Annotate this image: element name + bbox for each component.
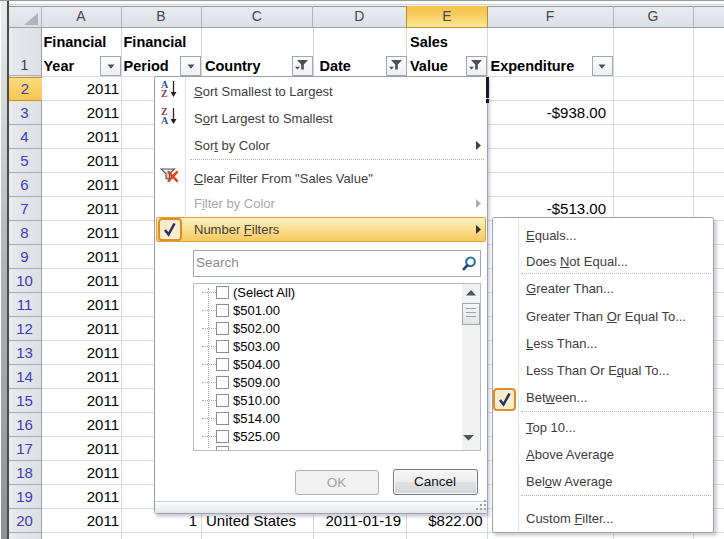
svg-text:Z: Z bbox=[161, 88, 168, 98]
svg-text:A: A bbox=[161, 115, 169, 125]
